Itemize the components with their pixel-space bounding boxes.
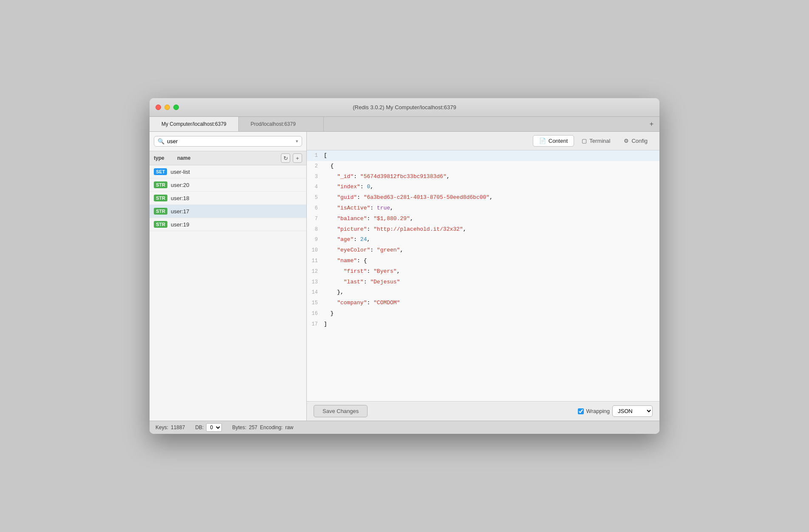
editor-line: 3 "_id": "5674d39812fbc33bc91383d6", bbox=[307, 172, 659, 182]
refresh-button[interactable]: ↻ bbox=[281, 153, 290, 163]
line-content: [ bbox=[324, 151, 659, 160]
format-select[interactable]: JSON Plain Text Hex bbox=[612, 405, 653, 417]
editor-line: 17] bbox=[307, 319, 659, 330]
search-bar: 🔍 ▾ bbox=[150, 132, 306, 151]
tab-config[interactable]: ⚙ Config bbox=[618, 136, 653, 146]
search-input[interactable] bbox=[167, 138, 293, 144]
search-icon: 🔍 bbox=[158, 138, 164, 144]
keys-label: Keys: bbox=[156, 424, 168, 430]
key-list: SET user-list STR user:20 STR user:18 ST… bbox=[150, 165, 306, 421]
line-content: "_id": "5674d39812fbc33bc91383d6", bbox=[324, 173, 659, 181]
line-number: 13 bbox=[307, 278, 324, 286]
db-label: DB: bbox=[195, 424, 204, 430]
line-number: 3 bbox=[307, 173, 324, 181]
list-item[interactable]: STR user:19 bbox=[150, 218, 306, 231]
bytes-status: Bytes: 257 Encoding: raw bbox=[232, 424, 293, 430]
add-key-button[interactable]: + bbox=[293, 153, 302, 163]
item-name: user:17 bbox=[171, 208, 189, 215]
line-number: 4 bbox=[307, 183, 324, 191]
editor-line: 12 "first": "Byers", bbox=[307, 266, 659, 277]
line-number: 2 bbox=[307, 162, 324, 170]
tab-prod[interactable]: Prod/localhost:6379 bbox=[239, 117, 324, 131]
line-content: "balance": "$1,880.29", bbox=[324, 215, 659, 224]
line-content: "age": 24, bbox=[324, 235, 659, 244]
tab-my-computer[interactable]: My Computer/localhost:6379 bbox=[150, 117, 239, 131]
list-header: type name ↻ + bbox=[150, 151, 306, 165]
line-content: "guid": "6a3bed63-c281-4013-8705-50eed8d… bbox=[324, 193, 659, 202]
close-button[interactable] bbox=[156, 105, 161, 110]
editor-line: 13 "last": "Dejesus" bbox=[307, 277, 659, 288]
line-number: 1 bbox=[307, 151, 324, 160]
line-content: "company": "COMDOM" bbox=[324, 299, 659, 308]
editor-line: 2 { bbox=[307, 161, 659, 172]
titlebar: (Redis 3.0.2) My Computer/localhost:6379 bbox=[150, 98, 659, 117]
line-content: "isActive": true, bbox=[324, 204, 659, 213]
type-badge-str: STR bbox=[154, 221, 167, 228]
line-number: 7 bbox=[307, 215, 324, 223]
line-content: "first": "Byers", bbox=[324, 267, 659, 276]
line-number: 17 bbox=[307, 320, 324, 328]
line-number: 5 bbox=[307, 193, 324, 202]
minimize-button[interactable] bbox=[164, 105, 170, 110]
keys-value: 11887 bbox=[171, 424, 185, 430]
content-icon: 📄 bbox=[539, 138, 546, 144]
content-area: 📄 Content ▢ Terminal ⚙ Config 1[2 {3 "_i… bbox=[307, 132, 659, 421]
chevron-down-icon[interactable]: ▾ bbox=[296, 139, 298, 144]
list-item-selected[interactable]: STR user:17 bbox=[150, 205, 306, 218]
wrapping-checkbox[interactable] bbox=[578, 408, 584, 414]
line-content: "eyeColor": "green", bbox=[324, 246, 659, 255]
list-item[interactable]: STR user:20 bbox=[150, 178, 306, 192]
item-name: user:19 bbox=[171, 221, 189, 228]
line-content: } bbox=[324, 309, 659, 318]
tab-add-button[interactable]: + bbox=[644, 117, 659, 131]
editor-line: 5 "guid": "6a3bed63-c281-4013-8705-50eed… bbox=[307, 192, 659, 203]
line-number: 9 bbox=[307, 235, 324, 244]
bytes-label: Bytes: bbox=[232, 424, 246, 430]
list-item[interactable]: STR user:18 bbox=[150, 192, 306, 205]
save-changes-button[interactable]: Save Changes bbox=[314, 405, 368, 417]
status-bar: Keys: 11887 DB: 0 1 2 Bytes: 257 Encodin… bbox=[150, 421, 659, 434]
main-layout: 🔍 ▾ type name ↻ + bbox=[150, 132, 659, 421]
line-number: 12 bbox=[307, 267, 324, 276]
line-content: "index": 0, bbox=[324, 183, 659, 192]
tab-terminal[interactable]: ▢ Terminal bbox=[576, 136, 616, 146]
list-item[interactable]: SET user-list bbox=[150, 165, 306, 178]
line-content: "name": { bbox=[324, 257, 659, 266]
db-select[interactable]: 0 1 2 bbox=[206, 423, 222, 432]
terminal-icon: ▢ bbox=[582, 138, 587, 144]
line-number: 8 bbox=[307, 225, 324, 234]
line-number: 10 bbox=[307, 246, 324, 255]
type-badge-str: STR bbox=[154, 208, 167, 215]
item-name: user:20 bbox=[171, 182, 189, 188]
editor-line: 15 "company": "COMDOM" bbox=[307, 298, 659, 308]
tab-content[interactable]: 📄 Content bbox=[533, 135, 574, 147]
editor-line: 16 } bbox=[307, 308, 659, 319]
line-content: "last": "Dejesus" bbox=[324, 278, 659, 287]
bottom-bar: Save Changes Wrapping JSON Plain Text He… bbox=[307, 401, 659, 421]
maximize-button[interactable] bbox=[173, 105, 179, 110]
line-content: "picture": "http://placehold.it/32x32", bbox=[324, 225, 659, 234]
line-content: ] bbox=[324, 320, 659, 329]
line-content: }, bbox=[324, 288, 659, 297]
editor-line: 4 "index": 0, bbox=[307, 182, 659, 192]
line-number: 6 bbox=[307, 204, 324, 212]
keys-status: Keys: 11887 bbox=[156, 424, 185, 430]
editor-line: 10 "eyeColor": "green", bbox=[307, 245, 659, 256]
wrapping-label: Wrapping bbox=[586, 408, 610, 414]
line-number: 15 bbox=[307, 299, 324, 307]
traffic-lights bbox=[156, 105, 179, 110]
line-number: 16 bbox=[307, 309, 324, 318]
line-number: 14 bbox=[307, 288, 324, 297]
bytes-value: 257 bbox=[249, 424, 257, 430]
encoding-label: Encoding: bbox=[260, 424, 283, 430]
wrapping-wrap: Wrapping JSON Plain Text Hex bbox=[578, 405, 653, 417]
line-number: 11 bbox=[307, 257, 324, 265]
search-input-wrap: 🔍 ▾ bbox=[154, 136, 302, 147]
window-title: (Redis 3.0.2) My Computer/localhost:6379 bbox=[353, 104, 456, 110]
editor-line: 1[ bbox=[307, 150, 659, 161]
type-badge-set: SET bbox=[154, 168, 167, 175]
item-name: user-list bbox=[170, 169, 190, 175]
editor-line: 6 "isActive": true, bbox=[307, 203, 659, 214]
list-header-actions: ↻ + bbox=[281, 153, 302, 163]
editor-area[interactable]: 1[2 {3 "_id": "5674d39812fbc33bc91383d6"… bbox=[307, 150, 659, 401]
